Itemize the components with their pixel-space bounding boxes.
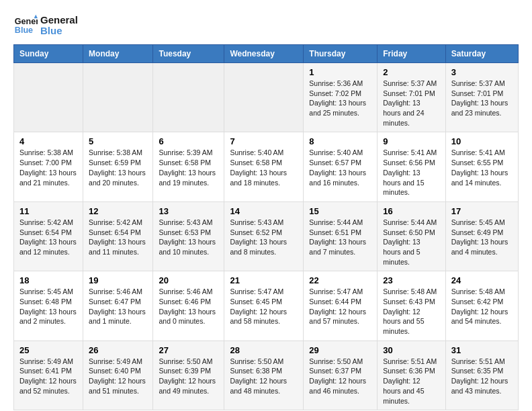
- day-info: Sunrise: 5:49 AM Sunset: 6:41 PM Dayligh…: [19, 357, 77, 396]
- calendar-week-row: 25Sunrise: 5:49 AM Sunset: 6:41 PM Dayli…: [14, 340, 519, 410]
- day-info: Sunrise: 5:45 AM Sunset: 6:48 PM Dayligh…: [19, 287, 77, 326]
- logo-icon: General Blue: [13, 13, 38, 38]
- calendar-cell: 29Sunrise: 5:50 AM Sunset: 6:37 PM Dayli…: [304, 340, 378, 410]
- day-info: Sunrise: 5:45 AM Sunset: 6:49 PM Dayligh…: [451, 218, 513, 257]
- day-number: 31: [451, 345, 513, 355]
- calendar-cell: 20Sunrise: 5:46 AM Sunset: 6:46 PM Dayli…: [153, 271, 224, 340]
- calendar-header-saturday: Saturday: [445, 45, 518, 63]
- logo-text-blue: Blue: [40, 25, 62, 36]
- day-number: 13: [159, 206, 218, 216]
- logo-text-general: General: [40, 14, 78, 26]
- day-info: Sunrise: 5:36 AM Sunset: 7:02 PM Dayligh…: [309, 79, 371, 118]
- calendar-cell: 25Sunrise: 5:49 AM Sunset: 6:41 PM Dayli…: [14, 340, 83, 410]
- calendar-cell: 15Sunrise: 5:44 AM Sunset: 6:51 PM Dayli…: [304, 201, 378, 271]
- day-number: 17: [451, 206, 513, 216]
- day-info: Sunrise: 5:40 AM Sunset: 6:57 PM Dayligh…: [309, 148, 371, 187]
- day-info: Sunrise: 5:41 AM Sunset: 6:56 PM Dayligh…: [383, 148, 440, 197]
- calendar-header-tuesday: Tuesday: [153, 45, 224, 63]
- calendar-cell: 19Sunrise: 5:46 AM Sunset: 6:47 PM Dayli…: [83, 271, 153, 340]
- calendar-cell: 14Sunrise: 5:43 AM Sunset: 6:52 PM Dayli…: [224, 201, 304, 271]
- calendar-header-wednesday: Wednesday: [224, 45, 304, 63]
- day-number: 7: [230, 136, 298, 146]
- day-info: Sunrise: 5:48 AM Sunset: 6:43 PM Dayligh…: [383, 287, 440, 336]
- calendar-header-sunday: Sunday: [14, 45, 83, 63]
- day-info: Sunrise: 5:44 AM Sunset: 6:50 PM Dayligh…: [383, 218, 440, 267]
- calendar-header-thursday: Thursday: [304, 45, 378, 63]
- day-number: 26: [89, 345, 147, 355]
- calendar-cell: [83, 63, 153, 132]
- calendar-week-row: 1Sunrise: 5:36 AM Sunset: 7:02 PM Daylig…: [14, 63, 519, 132]
- day-info: Sunrise: 5:43 AM Sunset: 6:52 PM Dayligh…: [230, 218, 298, 257]
- day-number: 22: [309, 275, 371, 285]
- day-info: Sunrise: 5:39 AM Sunset: 6:58 PM Dayligh…: [159, 148, 218, 187]
- day-info: Sunrise: 5:38 AM Sunset: 6:59 PM Dayligh…: [89, 148, 147, 187]
- day-number: 15: [309, 206, 371, 216]
- calendar-cell: 31Sunrise: 5:51 AM Sunset: 6:35 PM Dayli…: [445, 340, 518, 410]
- calendar-cell: 8Sunrise: 5:40 AM Sunset: 6:57 PM Daylig…: [304, 132, 378, 201]
- day-info: Sunrise: 5:50 AM Sunset: 6:39 PM Dayligh…: [159, 357, 218, 396]
- day-info: Sunrise: 5:47 AM Sunset: 6:45 PM Dayligh…: [230, 287, 298, 326]
- calendar-week-row: 4Sunrise: 5:38 AM Sunset: 7:00 PM Daylig…: [14, 132, 519, 201]
- calendar-cell: 4Sunrise: 5:38 AM Sunset: 7:00 PM Daylig…: [14, 132, 83, 201]
- day-number: 5: [89, 136, 147, 146]
- day-number: 30: [383, 345, 440, 355]
- calendar-cell: 6Sunrise: 5:39 AM Sunset: 6:58 PM Daylig…: [153, 132, 224, 201]
- calendar-cell: 2Sunrise: 5:37 AM Sunset: 7:01 PM Daylig…: [378, 63, 446, 132]
- day-info: Sunrise: 5:44 AM Sunset: 6:51 PM Dayligh…: [309, 218, 371, 257]
- calendar-cell: 13Sunrise: 5:43 AM Sunset: 6:53 PM Dayli…: [153, 201, 224, 271]
- day-number: 24: [451, 275, 513, 285]
- calendar-cell: 12Sunrise: 5:42 AM Sunset: 6:54 PM Dayli…: [83, 201, 153, 271]
- day-number: 21: [230, 275, 298, 285]
- calendar-cell: 18Sunrise: 5:45 AM Sunset: 6:48 PM Dayli…: [14, 271, 83, 340]
- calendar-cell: 11Sunrise: 5:42 AM Sunset: 6:54 PM Dayli…: [14, 201, 83, 271]
- day-info: Sunrise: 5:47 AM Sunset: 6:44 PM Dayligh…: [309, 287, 371, 326]
- calendar-cell: 17Sunrise: 5:45 AM Sunset: 6:49 PM Dayli…: [445, 201, 518, 271]
- calendar-cell: 24Sunrise: 5:48 AM Sunset: 6:42 PM Dayli…: [445, 271, 518, 340]
- calendar-cell: 28Sunrise: 5:50 AM Sunset: 6:38 PM Dayli…: [224, 340, 304, 410]
- day-number: 8: [309, 136, 371, 146]
- calendar-cell: 22Sunrise: 5:47 AM Sunset: 6:44 PM Dayli…: [304, 271, 378, 340]
- calendar-cell: 26Sunrise: 5:49 AM Sunset: 6:40 PM Dayli…: [83, 340, 153, 410]
- calendar-cell: 30Sunrise: 5:51 AM Sunset: 6:36 PM Dayli…: [378, 340, 446, 410]
- day-number: 6: [159, 136, 218, 146]
- logo: General Blue General Blue: [13, 13, 78, 38]
- day-number: 9: [383, 136, 440, 146]
- day-info: Sunrise: 5:37 AM Sunset: 7:01 PM Dayligh…: [451, 79, 513, 118]
- day-info: Sunrise: 5:50 AM Sunset: 6:37 PM Dayligh…: [309, 357, 371, 396]
- day-info: Sunrise: 5:37 AM Sunset: 7:01 PM Dayligh…: [383, 79, 440, 128]
- day-info: Sunrise: 5:48 AM Sunset: 6:42 PM Dayligh…: [451, 287, 513, 326]
- day-number: 16: [383, 206, 440, 216]
- day-info: Sunrise: 5:40 AM Sunset: 6:58 PM Dayligh…: [230, 148, 298, 187]
- calendar-cell: 5Sunrise: 5:38 AM Sunset: 6:59 PM Daylig…: [83, 132, 153, 201]
- calendar-cell: 16Sunrise: 5:44 AM Sunset: 6:50 PM Dayli…: [378, 201, 446, 271]
- calendar-week-row: 18Sunrise: 5:45 AM Sunset: 6:48 PM Dayli…: [14, 271, 519, 340]
- day-number: 14: [230, 206, 298, 216]
- day-info: Sunrise: 5:46 AM Sunset: 6:47 PM Dayligh…: [89, 287, 147, 326]
- calendar-cell: 21Sunrise: 5:47 AM Sunset: 6:45 PM Dayli…: [224, 271, 304, 340]
- calendar-cell: [224, 63, 304, 132]
- day-number: 11: [19, 206, 77, 216]
- calendar-cell: [153, 63, 224, 132]
- calendar-cell: 23Sunrise: 5:48 AM Sunset: 6:43 PM Dayli…: [378, 271, 446, 340]
- day-info: Sunrise: 5:42 AM Sunset: 6:54 PM Dayligh…: [19, 218, 77, 257]
- day-number: 28: [230, 345, 298, 355]
- day-number: 23: [383, 275, 440, 285]
- day-info: Sunrise: 5:46 AM Sunset: 6:46 PM Dayligh…: [159, 287, 218, 326]
- calendar-week-row: 11Sunrise: 5:42 AM Sunset: 6:54 PM Dayli…: [14, 201, 519, 271]
- header: General Blue General Blue: [13, 13, 519, 38]
- day-number: 2: [383, 67, 440, 77]
- day-number: 18: [19, 275, 77, 285]
- day-number: 12: [89, 206, 147, 216]
- calendar-cell: 9Sunrise: 5:41 AM Sunset: 6:56 PM Daylig…: [378, 132, 446, 201]
- day-number: 27: [159, 345, 218, 355]
- day-info: Sunrise: 5:51 AM Sunset: 6:36 PM Dayligh…: [383, 357, 440, 406]
- calendar-cell: [14, 63, 83, 132]
- calendar-cell: 7Sunrise: 5:40 AM Sunset: 6:58 PM Daylig…: [224, 132, 304, 201]
- calendar-header-row: SundayMondayTuesdayWednesdayThursdayFrid…: [14, 45, 519, 63]
- day-number: 25: [19, 345, 77, 355]
- calendar-cell: 10Sunrise: 5:41 AM Sunset: 6:55 PM Dayli…: [445, 132, 518, 201]
- svg-text:Blue: Blue: [15, 26, 33, 35]
- day-number: 4: [19, 136, 77, 146]
- calendar-cell: 3Sunrise: 5:37 AM Sunset: 7:01 PM Daylig…: [445, 63, 518, 132]
- day-number: 1: [309, 67, 371, 77]
